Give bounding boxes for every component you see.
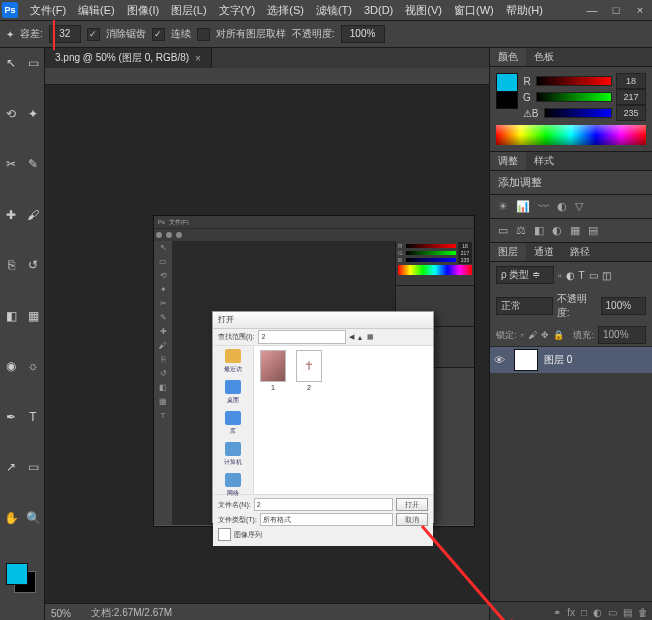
brightness-icon[interactable]: ☀ <box>498 200 508 213</box>
filter-pixel-icon[interactable]: ▫ <box>558 270 562 281</box>
places-computer[interactable]: 计算机 <box>213 442 253 467</box>
menu-select[interactable]: 选择(S) <box>261 3 310 18</box>
places-network[interactable]: 网络 <box>213 473 253 498</box>
curves-icon[interactable]: 〰 <box>538 200 549 213</box>
cancel-button[interactable]: 取消 <box>396 513 428 526</box>
places-recent[interactable]: 最近访 <box>213 349 253 374</box>
lookup-icon[interactable]: ▤ <box>588 224 598 237</box>
mask-icon[interactable]: □ <box>581 607 587 618</box>
zoom-tool[interactable]: 🔍 <box>23 508 43 528</box>
layer-thumbnail[interactable] <box>514 349 538 371</box>
filter-type-icon[interactable]: T <box>579 270 585 281</box>
heal-tool[interactable]: ✚ <box>1 205 21 225</box>
new-layer-icon[interactable]: ▤ <box>623 607 632 618</box>
hue-icon[interactable]: ▭ <box>498 224 508 237</box>
menu-window[interactable]: 窗口(W) <box>448 3 500 18</box>
move-tool[interactable]: ↖ <box>1 53 21 73</box>
window-minimize-button[interactable]: — <box>580 0 604 20</box>
tolerance-input[interactable]: 32 <box>49 25 81 43</box>
filter-shape-icon[interactable]: ▭ <box>589 270 598 281</box>
b-value[interactable]: 235 <box>616 105 646 121</box>
canvas[interactable]: Ps文件(F) ↖▭⟲✦✂✎✚🖌⎘↺◧▦T 打开 查找范围(I): <box>45 85 489 603</box>
gradient-tool[interactable]: ▦ <box>23 306 43 326</box>
menu-file[interactable]: 文件(F) <box>24 3 72 18</box>
window-maximize-button[interactable]: □ <box>604 0 628 20</box>
blend-mode-dropdown[interactable]: 正常 <box>496 297 553 315</box>
delete-layer-icon[interactable]: 🗑 <box>638 607 648 618</box>
back-icon[interactable]: ◀ <box>349 333 354 341</box>
file-item-2[interactable]: ✝ 2 <box>294 350 324 391</box>
filename-input[interactable]: 2 <box>254 498 393 511</box>
lock-transparent-icon[interactable]: ▫ <box>521 330 524 340</box>
fill-input[interactable]: 100% <box>598 326 646 344</box>
panel-color-swatch[interactable] <box>496 73 518 109</box>
image-sequence-checkbox[interactable] <box>218 528 231 541</box>
tool-preset-icon[interactable]: ✦ <box>6 29 14 40</box>
link-layers-icon[interactable]: ⚭ <box>553 607 561 618</box>
bw-icon[interactable]: ◧ <box>534 224 544 237</box>
layer-visibility-icon[interactable]: 👁 <box>494 354 508 366</box>
zoom-level[interactable]: 50% <box>51 608 71 619</box>
file-list[interactable]: 1 ✝ 2 <box>254 346 433 494</box>
eraser-tool[interactable]: ◧ <box>1 306 21 326</box>
up-icon[interactable]: ▲ <box>357 334 364 341</box>
foreground-color-swatch[interactable] <box>6 563 28 585</box>
color-swatches[interactable] <box>6 563 36 593</box>
r-value[interactable]: 18 <box>616 73 646 89</box>
tab-swatches[interactable]: 色板 <box>526 48 562 66</box>
hand-tool[interactable]: ✋ <box>1 508 21 528</box>
g-value[interactable]: 217 <box>616 89 646 105</box>
views-icon[interactable]: ▦ <box>367 333 374 341</box>
tab-adjustments[interactable]: 调整 <box>490 152 526 170</box>
layer-opacity-input[interactable]: 100% <box>601 297 646 315</box>
lock-all-icon[interactable]: 🔒 <box>553 330 564 340</box>
eyedrop-tool[interactable]: ✎ <box>23 154 43 174</box>
tab-color[interactable]: 颜色 <box>490 48 526 66</box>
stamp-tool[interactable]: ⎘ <box>1 255 21 275</box>
vibrance-icon[interactable]: ▽ <box>575 200 583 213</box>
menu-filter[interactable]: 滤镜(T) <box>310 3 358 18</box>
path-tool[interactable]: ↗ <box>1 457 21 477</box>
filter-smart-icon[interactable]: ◫ <box>602 270 611 281</box>
opacity-input[interactable]: 100% <box>341 25 385 43</box>
tab-styles[interactable]: 样式 <box>526 152 562 170</box>
menu-view[interactable]: 视图(V) <box>399 3 448 18</box>
places-library[interactable]: 库 <box>213 411 253 436</box>
fx-icon[interactable]: fx <box>567 607 575 618</box>
group-icon[interactable]: ▭ <box>608 607 617 618</box>
menu-3d[interactable]: 3D(D) <box>358 4 399 16</box>
window-close-button[interactable]: × <box>628 0 652 20</box>
layer-name[interactable]: 图层 0 <box>544 353 572 367</box>
tab-channels[interactable]: 通道 <box>526 243 562 261</box>
file-item-1[interactable]: 1 <box>258 350 288 391</box>
layer-row[interactable]: 👁 图层 0 <box>490 347 652 373</box>
menu-help[interactable]: 帮助(H) <box>500 3 549 18</box>
color-spectrum[interactable] <box>496 125 646 145</box>
menu-type[interactable]: 文字(Y) <box>213 3 262 18</box>
document-tab-close-icon[interactable]: × <box>195 53 201 64</box>
balance-icon[interactable]: ⚖ <box>516 224 526 237</box>
lasso-tool[interactable]: ⟲ <box>1 104 21 124</box>
adjustment-layer-icon[interactable]: ◐ <box>593 607 602 618</box>
filetype-dropdown[interactable]: 所有格式 <box>260 513 393 526</box>
menu-image[interactable]: 图像(I) <box>121 3 165 18</box>
places-desktop[interactable]: 桌面 <box>213 380 253 405</box>
open-button[interactable]: 打开 <box>396 498 428 511</box>
wand-tool[interactable]: ✦ <box>23 104 43 124</box>
r-slider[interactable] <box>536 76 612 86</box>
g-slider[interactable] <box>536 92 612 102</box>
shape-tool[interactable]: ▭ <box>23 457 43 477</box>
mixer-icon[interactable]: ▦ <box>570 224 580 237</box>
photofilter-icon[interactable]: ◐ <box>552 224 562 237</box>
all-layers-checkbox[interactable] <box>197 28 210 41</box>
filter-adj-icon[interactable]: ◐ <box>566 270 575 281</box>
blur-tool[interactable]: ◉ <box>1 356 21 376</box>
lock-position-icon[interactable]: ✥ <box>541 330 549 340</box>
contiguous-checkbox[interactable]: ✓ <box>152 28 165 41</box>
history-tool[interactable]: ↺ <box>23 255 43 275</box>
brush-tool[interactable]: 🖌 <box>23 205 43 225</box>
dodge-tool[interactable]: ☼ <box>23 356 43 376</box>
marquee-tool[interactable]: ▭ <box>23 53 43 73</box>
antialias-checkbox[interactable]: ✓ <box>87 28 100 41</box>
menu-edit[interactable]: 编辑(E) <box>72 3 121 18</box>
